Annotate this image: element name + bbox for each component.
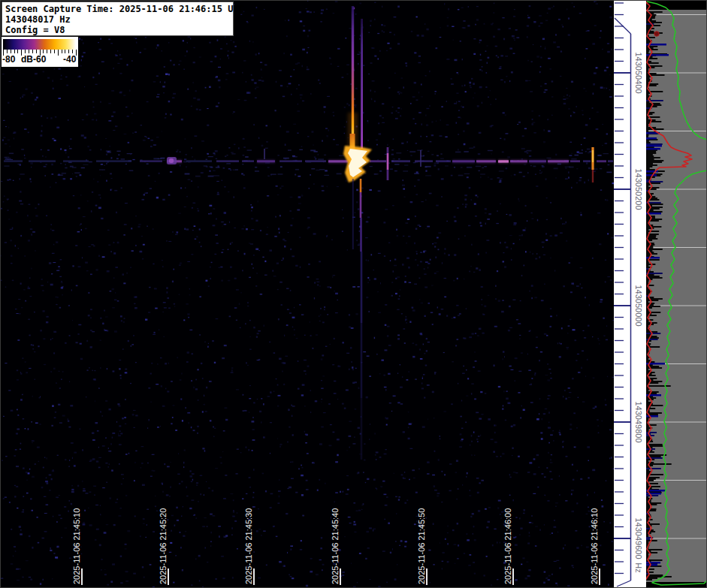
echo-tail [361,398,363,460]
time-tick [253,568,255,585]
time-tick [340,568,341,585]
panel-navy-bar [646,564,657,566]
config-text: Config = V8 [5,25,233,35]
colorbar-label-mid: -60 [33,54,46,65]
frequency-axis: 1430504001430502001430500001430498001430… [614,0,646,588]
colorbar-label-max: -40 [63,54,76,65]
colorbar-label-unit: dB [21,54,33,65]
panel-navy-bar [646,490,666,492]
spectrum-capture-screen: 2025-11-06 21:45:102025-11-06 21:45:2020… [0,0,707,588]
time-tick-label: 2025-11-06 21:45:10 [72,508,81,584]
time-tick-label: 2025-11-06 21:46:00 [503,508,512,584]
time-tick [599,568,600,585]
echo-tail [361,323,363,398]
freq-unit-label: Hz [634,562,643,572]
time-tick-label: 2025-11-06 21:46:10 [590,508,599,584]
freq-tick-label: 143050200 [634,168,643,210]
panel-background [646,0,707,588]
time-tick [81,568,83,585]
time-tick-label: 2025-11-06 21:45:30 [244,508,253,584]
colorbar-gradient [3,39,76,50]
spectrum-side-panel [646,0,707,588]
spectrogram-waterfall: 2025-11-06 21:45:102025-11-06 21:45:2020… [0,0,614,588]
time-tick-label: 2025-11-06 21:45:50 [417,508,426,584]
echo-tail [360,218,362,252]
red-marker-dot [654,32,659,36]
freq-tick-label: 143049600 [634,517,643,559]
panel-navy-bar [646,145,662,147]
colorbar-labels: -80 dB -60 -40 [2,53,78,65]
echo-tail [360,179,362,192]
waterfall-background [0,0,614,588]
panel-navy-bar [646,137,657,140]
colorbar-label-min: -80 [2,54,15,65]
panel-navy-bar [646,174,657,176]
time-tick-label: 2025-11-06 21:45:20 [159,508,168,584]
echo-secondary-column [361,19,363,149]
freq-tick-label: 143050400 [634,52,643,93]
panel-top-band [646,0,707,10]
time-tick [426,568,428,585]
capture-time-text: Screen Capture Time: 2025-11-06 21:46:15… [5,4,233,14]
time-tick [512,568,514,585]
echo-tail [361,252,363,323]
colorbar: -80 dB -60 -40 [2,37,78,67]
panel-navy-bar [646,148,660,150]
time-tick-label: 2025-11-06 21:45:40 [331,508,340,584]
panel-navy-bar [646,257,660,259]
freq-axis-diagonal-bottom [617,580,631,586]
frequency-text: 143048017 Hz [5,14,233,25]
echo-tail [360,192,362,218]
info-box: Screen Capture Time: 2025-11-06 21:46:15… [2,2,234,36]
panel-navy-bar [646,562,660,564]
freq-tick-label: 143049800 [634,401,643,442]
time-tick [168,568,169,585]
panel-navy-bar [646,415,658,418]
freq-axis-group: 1430504001430502001430500001430498001430… [614,3,643,586]
freq-tick-label: 143050000 [634,285,643,326]
